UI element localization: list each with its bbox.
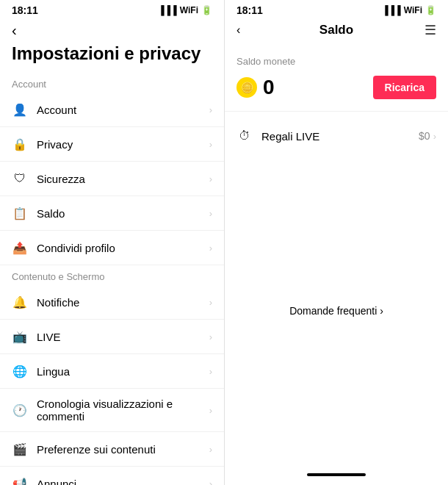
saldo-row: 🪙 0 Ricarica — [236, 76, 436, 99]
menu-item-account[interactable]: 👤 Account › — [0, 93, 224, 127]
list-icon[interactable]: ☰ — [424, 22, 436, 38]
regali-label: Regali LIVE — [261, 130, 419, 143]
signal-icon: ▐▐▐ — [158, 5, 177, 15]
right-nav-wrapper: ‹ Saldo ☰ — [225, 19, 448, 44]
cronologia-icon: 🕐 — [12, 402, 28, 418]
faq-label: Domande frequenti — [289, 305, 377, 317]
section-account-label: Account — [0, 73, 224, 93]
faq-link[interactable]: Domande frequenti › — [289, 305, 383, 317]
menu-item-annunci[interactable]: 📢 Annunci › — [0, 467, 224, 485]
menu-item-privacy[interactable]: 🔒 Privacy › — [0, 127, 224, 162]
status-bar-right: 18:11 ▐▐▐ WiFi 🔋 — [225, 0, 448, 19]
annunci-icon: 📢 — [12, 475, 28, 485]
saldo-icon: 📋 — [12, 205, 28, 221]
sicurezza-chevron: › — [209, 173, 212, 184]
time-left: 18:11 — [12, 4, 38, 16]
notifiche-label: Notifiche — [37, 296, 209, 309]
condividi-icon: 📤 — [12, 240, 28, 256]
lingua-icon: 🌐 — [12, 363, 28, 379]
privacy-chevron: › — [209, 139, 212, 150]
condividi-label: Condividi profilo — [37, 242, 209, 254]
cronologia-label: Cronologia visualizzazioni e commenti — [37, 398, 209, 423]
privacy-icon: 🔒 — [12, 136, 28, 152]
menu-item-preferenze[interactable]: 🎬 Preferenze sui contenuti › — [0, 432, 224, 467]
account-label: Account — [37, 104, 209, 116]
live-chevron: › — [209, 331, 212, 342]
right-panel: 18:11 ▐▐▐ WiFi 🔋 ‹ Saldo ☰ Saldo monete … — [224, 0, 448, 485]
signal-icon-right: ▐▐▐ — [382, 5, 401, 15]
regali-chevron: › — [433, 131, 436, 142]
sicurezza-label: Sicurezza — [37, 173, 209, 185]
account-menu: 👤 Account › 🔒 Privacy › 🛡 Sicurezza › 📋 … — [0, 93, 224, 265]
cronologia-chevron: › — [209, 405, 212, 416]
menu-item-notifiche[interactable]: 🔔 Notifiche › — [0, 285, 224, 320]
live-icon: 📺 — [12, 328, 28, 345]
notifiche-icon: 🔔 — [12, 294, 28, 310]
sicurezza-icon: 🛡 — [12, 170, 28, 187]
back-button-right[interactable]: ‹ — [236, 24, 240, 37]
annunci-label: Annunci — [37, 478, 209, 486]
saldo-amount: 🪙 0 — [236, 76, 275, 99]
coin-count: 0 — [263, 76, 275, 99]
battery-icon: 🔋 — [201, 5, 212, 15]
regali-live-row[interactable]: ⏱ Regali LIVE $0 › — [225, 118, 448, 154]
preferenze-label: Preferenze sui contenuti — [37, 443, 209, 456]
faq-container: Domande frequenti › — [225, 292, 448, 329]
saldo-chevron: › — [209, 208, 212, 219]
live-label: LIVE — [37, 331, 209, 343]
content-menu: 🔔 Notifiche › 📺 LIVE › 🌐 Lingua › 🕐 Cron… — [0, 285, 224, 485]
home-indicator-right — [307, 473, 366, 476]
regali-value: $0 — [419, 130, 430, 142]
back-button-left[interactable]: ‹ — [0, 19, 224, 40]
section-content-label: Contenuto e Schermo — [0, 265, 224, 285]
wifi-icon: WiFi — [180, 5, 198, 15]
preferenze-icon: 🎬 — [12, 441, 28, 457]
lingua-chevron: › — [209, 366, 212, 377]
status-icons-right: ▐▐▐ WiFi 🔋 — [382, 5, 436, 15]
menu-item-live[interactable]: 📺 LIVE › — [0, 320, 224, 354]
annunci-chevron: › — [209, 478, 212, 486]
menu-item-cronologia[interactable]: 🕐 Cronologia visualizzazioni e commenti … — [0, 389, 224, 432]
preferenze-chevron: › — [209, 444, 212, 455]
left-panel: 18:11 ▐▐▐ WiFi 🔋 ‹ Impostazioni e privac… — [0, 0, 224, 485]
notifiche-chevron: › — [209, 297, 212, 308]
battery-icon-right: 🔋 — [425, 5, 436, 15]
menu-item-lingua[interactable]: 🌐 Lingua › — [0, 354, 224, 389]
menu-item-saldo[interactable]: 📋 Saldo › — [0, 196, 224, 231]
status-bar-left: 18:11 ▐▐▐ WiFi 🔋 — [0, 0, 224, 19]
page-title-left: Impostazioni e privacy — [0, 40, 224, 73]
coin-icon: 🪙 — [236, 77, 257, 98]
saldo-section: Saldo monete 🪙 0 Ricarica — [225, 44, 448, 105]
menu-item-sicurezza[interactable]: 🛡 Sicurezza › — [0, 162, 224, 196]
right-page-title: Saldo — [319, 23, 353, 37]
privacy-label: Privacy — [37, 138, 209, 151]
recharge-button[interactable]: Ricarica — [373, 76, 436, 99]
regali-icon: ⏱ — [236, 128, 253, 144]
saldo-monete-label: Saldo monete — [236, 56, 436, 67]
account-icon: 👤 — [12, 101, 28, 118]
status-icons-left: ▐▐▐ WiFi 🔋 — [158, 5, 212, 15]
saldo-label: Saldo — [37, 207, 209, 220]
menu-item-condividi[interactable]: 📤 Condividi profilo › — [0, 231, 224, 265]
content-divider — [225, 111, 448, 112]
time-right: 18:11 — [236, 4, 263, 16]
condividi-chevron: › — [209, 242, 212, 254]
faq-arrow: › — [380, 305, 383, 317]
lingua-label: Lingua — [37, 365, 209, 378]
wifi-icon-right: WiFi — [404, 5, 422, 15]
account-chevron: › — [209, 104, 212, 115]
